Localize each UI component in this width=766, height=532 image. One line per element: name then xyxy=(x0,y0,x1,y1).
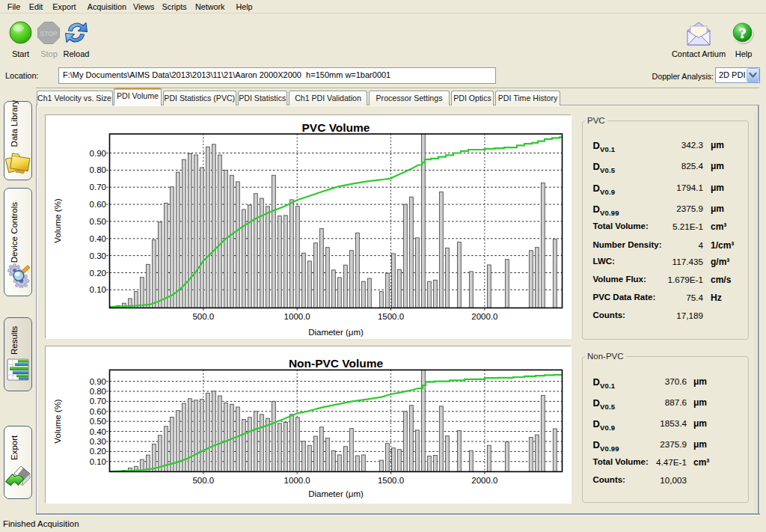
svg-text:0.10: 0.10 xyxy=(90,285,106,294)
svg-text:0.70: 0.70 xyxy=(90,183,106,192)
svg-text:STOP: STOP xyxy=(40,30,58,37)
svg-text:0.50: 0.50 xyxy=(90,417,106,426)
svg-text:0.80: 0.80 xyxy=(90,386,106,395)
svg-text:1500.0: 1500.0 xyxy=(378,312,404,321)
svg-text:500.0: 500.0 xyxy=(192,312,214,321)
svg-text:500.0: 500.0 xyxy=(192,475,214,484)
svg-text:Non-PVC Volume: Non-PVC Volume xyxy=(289,357,384,370)
svg-text:1000.0: 1000.0 xyxy=(284,475,310,484)
svg-text:Diameter (μm): Diameter (μm) xyxy=(308,328,364,337)
svg-text:0.30: 0.30 xyxy=(90,251,106,260)
svg-text:0.50: 0.50 xyxy=(90,217,106,226)
svg-text:Volume (%): Volume (%) xyxy=(53,399,62,444)
svg-text:0.70: 0.70 xyxy=(90,397,106,406)
svg-text:2000.0: 2000.0 xyxy=(471,312,497,321)
svg-text:?: ? xyxy=(739,25,747,41)
svg-text:1500.0: 1500.0 xyxy=(378,475,404,484)
svg-text:Diameter (μm): Diameter (μm) xyxy=(308,489,364,498)
svg-text:0.40: 0.40 xyxy=(90,234,106,243)
svg-text:0.80: 0.80 xyxy=(90,165,106,174)
svg-text:0.90: 0.90 xyxy=(90,149,106,158)
svg-text:2000.0: 2000.0 xyxy=(471,475,497,484)
svg-text:0.30: 0.30 xyxy=(90,436,106,445)
svg-text:Volume (%): Volume (%) xyxy=(53,198,62,243)
svg-text:0.40: 0.40 xyxy=(90,426,106,435)
svg-text:0.10: 0.10 xyxy=(90,456,106,465)
svg-text:0.90: 0.90 xyxy=(90,376,106,385)
svg-text:0.20: 0.20 xyxy=(90,447,106,456)
svg-text:0.60: 0.60 xyxy=(90,200,106,209)
svg-text:1000.0: 1000.0 xyxy=(284,312,310,321)
svg-text:PVC Volume: PVC Volume xyxy=(301,121,370,134)
svg-text:0.60: 0.60 xyxy=(90,406,106,415)
svg-text:0.20: 0.20 xyxy=(90,269,106,278)
